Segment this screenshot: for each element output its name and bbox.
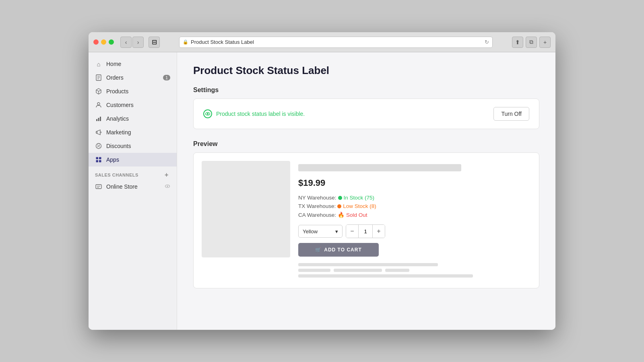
share-icon: ⬆ [515,39,520,45]
variant-select[interactable]: Yellow ▾ [298,225,343,238]
back-button[interactable]: ‹ [120,37,132,48]
svg-rect-20 [96,185,101,189]
qty-value: 1 [358,225,373,238]
turn-off-button[interactable]: Turn Off [493,107,529,121]
sidebar-item-products[interactable]: Products [89,84,177,98]
svg-point-14 [97,145,98,146]
chevron-down-icon: ▾ [335,228,338,234]
sidebar-item-customers[interactable]: Customers [89,98,177,112]
sidebar-item-label: Discounts [106,143,131,149]
sidebar-toggle-button[interactable]: ⊟ [149,37,160,48]
tab-manager-icon: ⧉ [529,39,533,45]
add-to-cart-button[interactable]: 🛒 ADD TO CART [298,243,379,257]
svg-point-7 [97,103,100,105]
svg-rect-16 [96,157,99,160]
sidebar-item-label: Marketing [106,129,131,136]
sidebar-icon: ⊟ [152,38,157,46]
sidebar-item-label: Home [106,61,121,67]
tx-stock-status: Low Stock (8) [343,203,376,209]
cart-icon: 🛒 [315,247,322,253]
preview-container: $19.99 NY Warehouse: In Stock (75) TX Wa… [193,152,539,288]
products-icon [95,88,102,95]
tx-warehouse-label: TX Warehouse: [298,203,336,209]
skeleton-line [298,274,473,278]
eye-icon[interactable] [165,183,170,190]
sales-channels-label: SALES CHANNELS [95,173,138,177]
product-price: $19.99 [298,178,531,188]
online-store-icon [95,183,102,190]
sidebar-item-label: Apps [106,156,119,163]
tab-manager-button[interactable]: ⧉ [526,37,537,48]
skeleton-line [298,263,438,266]
discounts-icon [95,142,102,150]
sidebar-item-marketing[interactable]: Marketing [89,125,177,139]
qty-plus-button[interactable]: + [373,225,385,238]
apps-icon [95,156,102,163]
ny-stock-dot [338,196,342,200]
minimize-button[interactable] [101,39,106,45]
svg-line-6 [99,90,101,92]
fire-icon: 🔥 [338,212,345,218]
fullscreen-button[interactable] [109,39,114,45]
svg-rect-17 [99,157,101,160]
orders-badge: 1 [163,75,170,80]
svg-line-5 [96,90,99,92]
status-message: Product stock status label is visible. [216,111,305,117]
svg-rect-9 [98,118,99,121]
svg-rect-18 [96,160,99,162]
tx-stock-row: TX Warehouse: Low Stock (8) [298,203,531,209]
add-tab-icon: + [543,39,547,45]
ca-stock-row: CA Warehouse: 🔥 Sold Out [298,212,531,218]
svg-rect-10 [100,117,101,121]
refresh-icon[interactable]: ↻ [485,39,489,45]
svg-rect-19 [99,160,101,162]
page-title: Product Stock Status Label [193,64,539,77]
sidebar-item-discounts[interactable]: Discounts [89,139,177,153]
skeleton-line [298,269,330,272]
add-channel-button[interactable]: + [163,171,170,179]
forward-button[interactable]: › [132,37,144,48]
ny-warehouse-label: NY Warehouse: [298,195,336,201]
svg-point-24 [167,185,168,187]
titlebar: ‹ › ⊟ 🔒 Product Stock Status Label ↻ ⬆ ⧉… [89,32,555,52]
qty-minus-button[interactable]: − [346,225,358,238]
status-indicator: Product stock status label is visible. [203,109,305,118]
sidebar-item-label: Analytics [106,115,129,122]
product-title-skeleton [298,164,461,171]
variant-row: Yellow ▾ − 1 + [298,224,531,238]
preview-section-title: Preview [193,140,539,148]
skeleton-lines [298,263,531,278]
sidebar-item-orders[interactable]: Orders 1 [89,71,177,84]
add-tab-button[interactable]: + [539,37,551,48]
traffic-lights [93,39,114,45]
customers-icon [95,101,102,109]
skeleton-line [385,269,409,272]
address-bar-text: Product Stock Status Label [191,39,254,45]
variant-value: Yellow [303,228,318,234]
quantity-stepper: − 1 + [346,224,385,238]
sales-channels-header: SALES CHANNELS + [89,167,177,180]
address-bar[interactable]: 🔒 Product Stock Status Label ↻ [179,37,493,48]
sidebar-item-label: Customers [106,102,134,108]
lock-icon: 🔒 [183,39,188,45]
ca-stock-status: Sold Out [346,212,367,218]
sidebar-item-home[interactable]: ⌂ Home [89,57,177,71]
channel-label: Online Store [106,183,138,190]
settings-section-title: Settings [193,86,539,94]
browser-body: ⌂ Home Orders 1 Products Custom [89,52,555,330]
marketing-icon [95,129,102,136]
ny-stock-row: NY Warehouse: In Stock (75) [298,195,531,201]
forward-icon: › [137,39,139,45]
sidebar-item-apps[interactable]: Apps [89,153,177,167]
sidebar-item-label: Products [106,88,128,95]
status-visible-icon [203,109,212,118]
share-button[interactable]: ⬆ [512,37,523,48]
sidebar-item-online-store[interactable]: Online Store [89,180,177,193]
svg-rect-8 [96,119,97,121]
main-content: Product Stock Status Label Settings Prod… [177,52,555,330]
orders-icon [95,74,102,81]
close-button[interactable] [93,39,99,45]
sidebar-item-analytics[interactable]: Analytics [89,112,177,125]
svg-point-15 [99,147,100,148]
ca-warehouse-label: CA Warehouse: [298,212,336,218]
